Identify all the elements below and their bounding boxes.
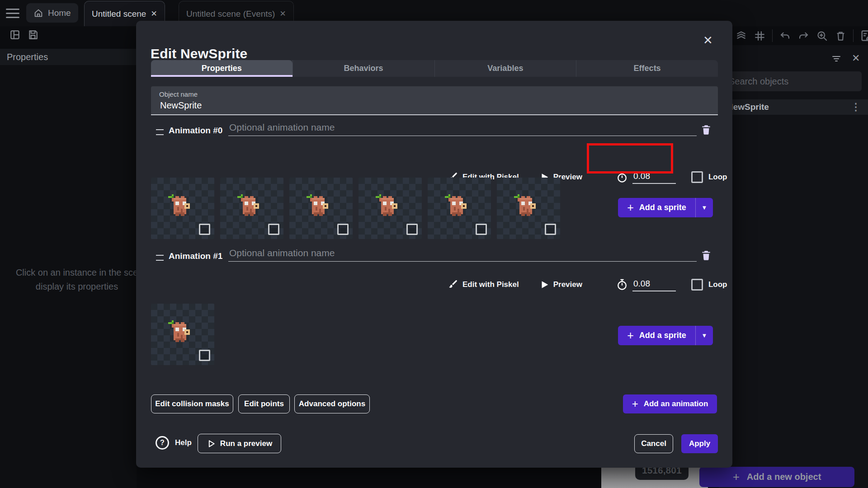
sprite-frame-thumbnail[interactable] [359,178,422,239]
properties-empty-state: Click on an instance in the sce display … [0,266,154,294]
plus-icon: + [632,398,638,410]
cancel-button[interactable]: Cancel [634,434,673,453]
sprite-frame-thumbnail[interactable] [151,178,214,239]
toggle-panels-icon[interactable] [9,29,21,41]
edit-scene-properties-icon[interactable] [860,29,868,42]
pig-sprite-image [166,320,190,344]
run-a-preview-button[interactable]: Run a preview [198,434,281,453]
animation-1-name-input[interactable] [228,248,697,262]
properties-panel-header: Properties [0,49,137,65]
pig-sprite-image [236,194,259,218]
dialog-title: Edit NewSprite [151,46,248,61]
object-name: NewSprite [727,102,769,112]
frame-select-checkbox[interactable] [199,350,210,361]
delete-icon[interactable] [835,30,847,42]
loop-checkbox[interactable] [691,171,703,183]
pig-sprite-image [443,194,467,218]
sprite-frame-thumbnail[interactable] [497,178,560,239]
dialog-close-icon[interactable]: ✕ [700,33,716,48]
selected-tab-indicator [151,75,292,77]
frame-select-checkbox[interactable] [476,224,487,235]
plus-icon: + [733,470,740,484]
animation-1-controls: Edit with Piskel Preview Loop [447,277,727,293]
tab-home[interactable]: Home [26,3,78,23]
edit-points-button[interactable]: Edit points [238,394,290,413]
plus-icon: + [627,329,634,342]
sprite-frame-thumbnail[interactable] [428,178,491,239]
pig-sprite-image [305,194,328,218]
sprite-frame-thumbnail[interactable] [151,304,214,365]
loop-label: Loop [708,173,727,182]
play-icon [207,439,216,448]
frame-select-checkbox[interactable] [199,224,210,235]
caret-down-icon[interactable]: ▼ [696,204,713,211]
animation-0-frames [151,178,560,239]
save-icon[interactable] [27,29,39,41]
caret-down-icon[interactable]: ▼ [696,332,713,339]
edit-with-piskel-button[interactable]: Edit with Piskel [462,280,519,289]
animation-0-label: Animation #0 [169,126,222,136]
sprite-frame-thumbnail[interactable] [220,178,283,239]
add-new-object-button[interactable]: + Add a new object [699,467,854,487]
advanced-options-button[interactable]: Advanced options [294,394,370,413]
animation-1-label: Animation #1 [169,251,222,261]
tab-label: Home [48,8,71,18]
search-objects-input[interactable] [722,71,862,91]
delete-animation-0-icon[interactable] [700,124,712,136]
close-tab-icon[interactable]: ✕ [151,10,157,18]
more-vert-icon[interactable]: ⋮ [851,101,861,113]
play-icon [539,280,549,290]
close-tab-icon[interactable]: ✕ [279,10,286,18]
home-icon [33,8,43,18]
object-name-label: Object name [159,90,710,98]
help-button[interactable]: ? Help [156,436,192,450]
dialog-tab-variables[interactable]: Variables [434,60,576,77]
drag-handle-icon[interactable] [156,129,164,135]
edit-newsprite-dialog: Edit NewSprite ✕ Properties Behaviors Va… [136,21,732,468]
close-panel-icon[interactable]: ✕ [852,52,860,64]
layers-icon[interactable] [735,30,747,42]
frame-select-checkbox[interactable] [337,224,349,235]
loop-checkbox[interactable] [691,279,703,291]
timer-icon [616,278,628,291]
dialog-tab-behaviors[interactable]: Behaviors [292,60,434,77]
time-between-frames-input[interactable] [632,171,676,184]
zoom-in-icon[interactable] [816,30,828,42]
animation-0-name-input[interactable] [228,122,697,136]
grid-icon[interactable] [754,30,766,42]
apply-button[interactable]: Apply [681,434,718,453]
properties-panel-title: Properties [7,52,48,62]
object-list-item-newsprite[interactable]: NewSprite ⋮ [719,99,868,115]
animation-1-frames [151,304,214,365]
redo-icon[interactable] [797,30,810,42]
objects-panel-header-actions: ✕ [831,52,860,64]
filter-icon[interactable] [831,53,842,64]
preview-button[interactable]: Preview [553,280,582,289]
add-an-animation-button[interactable]: + Add an animation [623,394,717,413]
pig-sprite-image [374,194,397,218]
dialog-tabbar: Properties Behaviors Variables Effects [151,60,718,77]
object-name-input[interactable] [159,100,712,111]
object-name-field[interactable]: Object name [151,86,718,115]
frame-select-checkbox[interactable] [406,224,418,235]
sprite-frame-thumbnail[interactable] [289,178,353,239]
editor-toolbar-left [9,29,39,41]
add-sprite-button-0[interactable]: + Add a sprite ▼ [618,198,713,217]
gdevelop-app: Home Untitled scene ✕ Untitled scene (Ev… [0,0,868,488]
add-sprite-button-1[interactable]: + Add a sprite ▼ [618,326,713,345]
delete-animation-1-icon[interactable] [700,249,712,261]
time-between-frames-input[interactable] [632,278,676,291]
plus-icon: + [627,201,634,214]
edit-collision-masks-button[interactable]: Edit collision masks [151,394,233,413]
frame-select-checkbox[interactable] [545,224,556,235]
dialog-tab-properties[interactable]: Properties [151,60,292,77]
toolbar-divider [772,29,773,42]
main-menu-button[interactable] [6,9,19,18]
pig-sprite-image [166,194,190,218]
drag-handle-icon[interactable] [156,255,164,261]
undo-icon[interactable] [779,30,791,42]
dialog-tab-effects[interactable]: Effects [576,60,718,77]
frame-select-checkbox[interactable] [268,224,279,235]
tab-label: Untitled scene [92,9,146,19]
scene-toolbar [735,29,868,42]
